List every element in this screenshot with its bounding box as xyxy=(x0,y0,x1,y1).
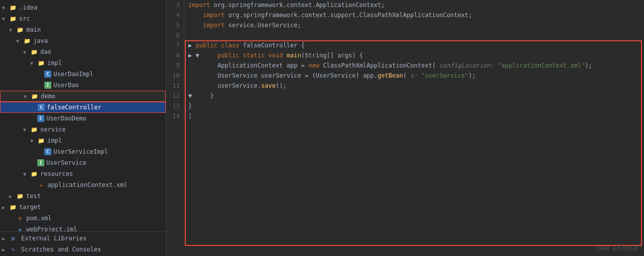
tree-item-userservice[interactable]: I UserService xyxy=(0,157,166,168)
arrow-impl xyxy=(30,60,37,66)
ext-lib-icon: ⊞ xyxy=(9,234,17,242)
line-num-10: 10 xyxy=(166,71,184,81)
label-main: main xyxy=(26,26,41,33)
tree-item-java[interactable]: 📁 java xyxy=(0,35,166,46)
label-impl: impl xyxy=(47,59,62,67)
label-java: java xyxy=(33,37,48,44)
tree-item-userserviceimpl[interactable]: C UserServiceImpl xyxy=(0,146,166,157)
tree-item-falsecontroller[interactable]: C falseController xyxy=(0,102,166,113)
code-line-7: 7 ▶ public class falseController { xyxy=(166,40,644,50)
line-content-12: ▼ } xyxy=(184,91,214,101)
folder-icon-test: 📁 xyxy=(16,192,24,200)
folder-icon-java: 📁 xyxy=(23,37,31,45)
label-test: test xyxy=(26,193,41,200)
class-icon-userdaodemo: C xyxy=(37,115,44,122)
project-tree[interactable]: 📁 .idea 📁 src 📁 main 📁 java 📁 dao xyxy=(0,0,166,231)
iml-icon: ◈ xyxy=(16,225,24,231)
xml-icon-appcontext: ✦ xyxy=(37,181,45,189)
line-content-14: | xyxy=(184,111,192,121)
tree-item-pomxml[interactable]: m pom.xml xyxy=(0,213,166,224)
line-num-13: 13 xyxy=(166,101,184,111)
pom-icon: m xyxy=(16,214,24,222)
label-scratches: Scratches and Consoles xyxy=(21,246,101,253)
arrow-target xyxy=(2,205,9,210)
code-line-12: 12 ▼ } xyxy=(166,91,644,101)
folder-icon-service-impl: 📁 xyxy=(37,137,45,145)
line-num-14: 14 xyxy=(166,111,184,121)
tree-item-service-impl[interactable]: 📁 impl xyxy=(0,135,166,146)
line-content-7: ▶ public class falseController { xyxy=(184,40,305,50)
label-userdaoimpl: UserDaoImpl xyxy=(53,71,93,78)
line-num-9: 9 xyxy=(166,60,184,71)
arrow-service xyxy=(23,127,30,133)
code-line-8: 8 ▶ ▼ public static void main(String[] a… xyxy=(166,50,644,60)
tree-item-target[interactable]: 📁 target xyxy=(0,202,166,213)
label-userservice: UserService xyxy=(46,159,86,166)
arrow-java xyxy=(16,38,23,44)
class-icon-falsecontroller: C xyxy=(38,104,45,111)
class-icon-userservice: I xyxy=(37,159,44,166)
tree-item-src[interactable]: 📁 src xyxy=(0,13,166,24)
tree-item-test[interactable]: 📁 test xyxy=(0,190,166,202)
tree-item-main[interactable]: 📁 main xyxy=(0,24,166,35)
label-userserviceimpl: UserServiceImpl xyxy=(53,148,108,155)
tree-item-service[interactable]: 📁 service xyxy=(0,124,166,135)
tree-item-impl[interactable]: 📁 impl xyxy=(0,57,166,69)
label-extlib: External Libraries xyxy=(21,235,87,242)
line-content-8: ▶ ▼ public static void main(String[] arg… xyxy=(184,50,363,60)
label-idea: .idea xyxy=(19,4,37,11)
class-icon-userserviceimpl: C xyxy=(44,148,51,155)
tree-item-demo[interactable]: 📁 demo xyxy=(0,91,166,102)
code-line-9: 9 ApplicationContext app = new ClassPath… xyxy=(166,60,644,71)
code-line-10: 10 UserService userService = (UserServic… xyxy=(166,71,644,81)
line-content-6 xyxy=(184,30,192,40)
tree-item-userdao[interactable]: I UserDao xyxy=(0,80,166,91)
line-num-7: 7 xyxy=(166,40,184,50)
tree-item-appcontext[interactable]: ✦ applicationContext.xml xyxy=(0,179,166,190)
code-line-13: 13 } xyxy=(166,101,644,111)
line-content-5: import service.UserService; xyxy=(184,20,301,30)
tree-item-webiml[interactable]: ◈ webProject.iml xyxy=(0,224,166,231)
class-icon-userdaoimpl: C xyxy=(44,71,51,78)
folder-icon-idea: 📁 xyxy=(9,4,17,12)
label-falsecontroller: falseController xyxy=(47,104,101,111)
folder-icon-target: 📁 xyxy=(9,203,17,211)
folder-icon-dao: 📁 xyxy=(30,48,38,56)
tree-item-resources[interactable]: 📁 resources xyxy=(0,168,166,179)
code-line-14: 14 | xyxy=(166,111,644,121)
tree-item-userdaoimpl[interactable]: C UserDaoImpl xyxy=(0,69,166,80)
arrow-src xyxy=(2,16,9,22)
arrow-scratches xyxy=(2,247,9,252)
external-libraries-item[interactable]: ⊞ External Libraries xyxy=(2,233,164,244)
line-content-3: import org.springframework.context.Appli… xyxy=(184,0,385,10)
file-tree-sidebar: 📁 .idea 📁 src 📁 main 📁 java 📁 dao xyxy=(0,0,166,256)
watermark: CSDN @不点外卖 xyxy=(596,244,638,252)
label-dao: dao xyxy=(40,48,51,55)
line-num-4: 4 xyxy=(166,10,184,20)
line-num-6: 6 xyxy=(166,30,184,40)
code-editor-area[interactable]: 3 import org.springframework.context.App… xyxy=(166,0,644,256)
arrow-demo xyxy=(24,94,31,99)
tree-item-idea[interactable]: 📁 .idea xyxy=(0,2,166,13)
folder-icon-resources: 📁 xyxy=(30,170,38,178)
label-userdao: UserDao xyxy=(53,82,79,89)
folder-icon-impl: 📁 xyxy=(37,59,45,67)
scratch-icon: ✎ xyxy=(9,245,17,253)
label-appcontext: applicationContext.xml xyxy=(47,181,127,188)
line-content-11: userService.save(); xyxy=(184,81,287,91)
scratches-item[interactable]: ✎ Scratches and Consoles xyxy=(2,244,164,255)
folder-icon-main: 📁 xyxy=(16,26,24,34)
arrow-test xyxy=(9,194,16,199)
label-webiml: webProject.iml xyxy=(26,226,77,231)
line-content-9: ApplicationContext app = new ClassPathXm… xyxy=(184,60,592,71)
line-content-4: import org.springframework.context.suppo… xyxy=(184,10,472,20)
arrow-idea xyxy=(2,5,9,11)
line-num-8: 8 xyxy=(166,50,184,60)
arrow-main xyxy=(9,27,16,33)
tree-item-dao[interactable]: 📁 dao xyxy=(0,46,166,57)
label-userdaodemo: UserDaoDemo xyxy=(46,115,86,122)
code-editor: 3 import org.springframework.context.App… xyxy=(166,0,644,256)
line-num-12: 12 xyxy=(166,91,184,101)
tree-item-userdaodemo[interactable]: C UserDaoDemo xyxy=(0,113,166,124)
code-line-6: 6 xyxy=(166,30,644,40)
